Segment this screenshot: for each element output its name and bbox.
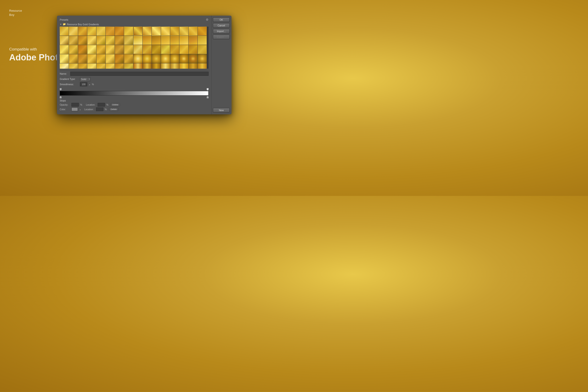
opacity-location-input[interactable] (98, 103, 105, 106)
gradient-cell[interactable] (106, 36, 114, 45)
gradient-cell[interactable] (87, 36, 96, 45)
gradient-cell[interactable] (78, 27, 87, 36)
gradient-cell[interactable] (198, 45, 207, 54)
gradient-cell[interactable] (87, 54, 96, 63)
gradient-color-handle-right[interactable] (207, 96, 208, 98)
gradient-cell[interactable] (134, 36, 142, 45)
gradient-cell[interactable] (161, 36, 170, 45)
gradient-cell[interactable] (152, 27, 161, 36)
gear-icon[interactable]: ⚙ (206, 18, 208, 21)
delete-color-stop-button[interactable]: Delete (109, 108, 118, 111)
gradient-cell[interactable] (78, 36, 87, 45)
gradient-cell[interactable] (106, 64, 114, 68)
gradient-cell[interactable] (106, 45, 114, 54)
cancel-button[interactable]: Cancel (213, 23, 230, 28)
gradient-cell[interactable] (188, 36, 198, 45)
gradient-cell[interactable] (78, 54, 87, 63)
gradient-cell[interactable] (60, 54, 69, 63)
smoothness-input[interactable] (80, 82, 87, 86)
gradient-cell[interactable] (115, 36, 124, 45)
gradient-cell[interactable] (115, 64, 124, 68)
gradient-cell[interactable] (69, 45, 78, 54)
gradient-cell[interactable] (87, 45, 96, 54)
gradient-cell[interactable] (134, 64, 142, 68)
gradient-cell[interactable] (161, 45, 170, 54)
gradient-cell[interactable] (188, 45, 198, 54)
gradient-cell[interactable] (152, 64, 161, 68)
gradient-cell[interactable] (115, 45, 124, 54)
gradient-cell[interactable] (170, 54, 179, 63)
gradient-cell[interactable] (198, 27, 207, 36)
gradient-cell[interactable] (180, 64, 188, 68)
gradient-cell[interactable] (161, 64, 170, 68)
gradient-cell[interactable] (96, 36, 106, 45)
gradient-cell[interactable] (152, 36, 161, 45)
gradient-cell[interactable] (106, 27, 114, 36)
color-swatch[interactable] (72, 108, 78, 111)
gradient-cell[interactable] (188, 27, 198, 36)
gradient-cell[interactable] (96, 54, 106, 63)
gradient-cell[interactable] (180, 27, 188, 36)
gradient-cell[interactable] (143, 36, 152, 45)
gradient-cell[interactable] (180, 54, 188, 63)
gradient-cell[interactable] (143, 54, 152, 63)
gradient-cell[interactable] (143, 45, 152, 54)
gradient-cell[interactable] (124, 36, 133, 45)
gradient-cell[interactable] (96, 45, 106, 54)
gradient-cell[interactable] (152, 54, 161, 63)
gradient-cell[interactable] (124, 64, 133, 68)
gradient-type-select[interactable]: Solid Noise (80, 77, 90, 81)
gradient-cell[interactable] (198, 36, 207, 45)
gradient-cell[interactable] (143, 27, 152, 36)
gradient-cell[interactable] (69, 27, 78, 36)
gradient-cell[interactable] (161, 27, 170, 36)
gradient-cell[interactable] (161, 54, 170, 63)
folder-row[interactable]: ▼ 📁 Resource Boy Gold Gradients (60, 23, 208, 26)
gradient-cell[interactable] (188, 54, 198, 63)
gradient-cell[interactable] (124, 54, 133, 63)
gradient-cell[interactable] (152, 45, 161, 54)
ok-button[interactable]: OK (213, 18, 230, 22)
gradient-cell[interactable] (115, 27, 124, 36)
delete-opacity-stop-button[interactable]: Delete (111, 103, 120, 106)
gradient-cell[interactable] (87, 27, 96, 36)
gradient-cell[interactable] (60, 45, 69, 54)
gradient-preview-bar[interactable] (60, 91, 208, 96)
opacity-input[interactable] (72, 103, 79, 106)
gradient-cell[interactable] (78, 45, 87, 54)
gradient-cell[interactable] (188, 64, 198, 68)
gradient-cell[interactable] (69, 64, 78, 68)
gradient-cell[interactable] (198, 64, 207, 68)
gradient-cell[interactable] (124, 27, 133, 36)
gradient-cell[interactable] (180, 45, 188, 54)
color-location-input[interactable] (96, 108, 103, 111)
gradient-cell[interactable] (134, 45, 142, 54)
gradient-cell[interactable] (170, 64, 179, 68)
gradient-cell[interactable] (60, 27, 69, 36)
gradient-cell[interactable] (134, 27, 142, 36)
gradient-cell[interactable] (170, 27, 179, 36)
gradient-cell[interactable] (96, 64, 106, 68)
gradient-cell[interactable] (115, 54, 124, 63)
gradient-cell[interactable] (124, 45, 133, 54)
gradient-cell[interactable] (69, 54, 78, 63)
gradient-cell[interactable] (180, 36, 188, 45)
import-button[interactable]: Import... (213, 29, 230, 34)
gradient-cell[interactable] (170, 36, 179, 45)
name-input[interactable] (70, 72, 208, 76)
gradient-cell[interactable] (87, 64, 96, 68)
gradient-cell[interactable] (69, 36, 78, 45)
gradient-cell[interactable] (170, 45, 179, 54)
gradient-cell[interactable] (60, 36, 69, 45)
gradient-cell[interactable] (134, 54, 142, 63)
gradient-cell[interactable] (96, 27, 106, 36)
gradient-cell[interactable] (143, 64, 152, 68)
export-button[interactable]: Export... (213, 35, 230, 39)
new-button[interactable]: New (213, 108, 230, 112)
gradient-stop-handle-left[interactable] (60, 88, 62, 90)
gradient-cell[interactable] (78, 64, 87, 68)
gradient-color-handle-left[interactable] (60, 96, 62, 98)
gradient-stop-handle-right[interactable] (207, 88, 208, 90)
gradient-cell[interactable] (60, 64, 69, 68)
gradient-cell[interactable] (106, 54, 114, 63)
